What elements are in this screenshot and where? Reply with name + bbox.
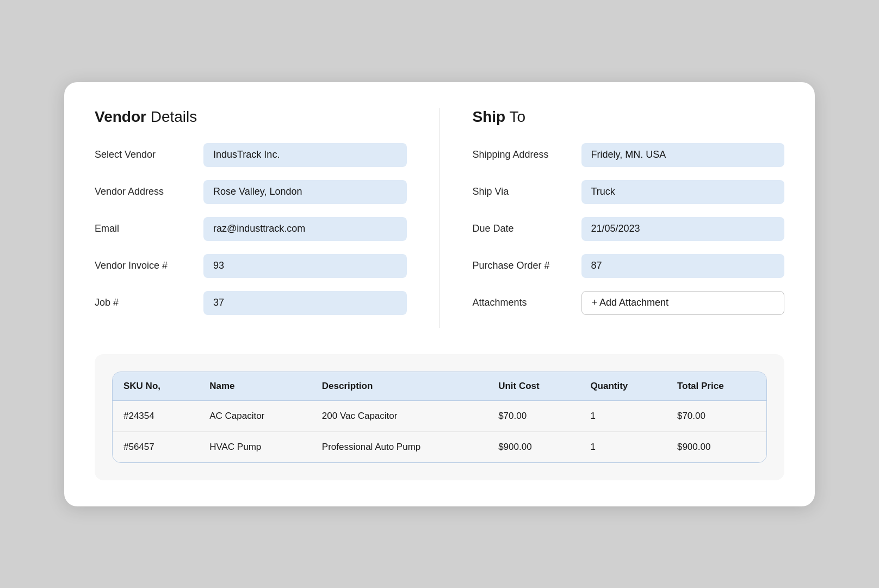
ship-via-row: Ship Via Truck [473,180,785,204]
items-table-container: SKU No, Name Description Unit Cost Quant… [112,372,767,463]
attachments-label: Attachments [473,297,571,308]
ship-via-label: Ship Via [473,186,571,197]
row1-quantity: 1 [579,400,666,431]
vendor-address-label: Vendor Address [95,186,193,197]
row1-unit-cost: $70.00 [487,400,579,431]
top-section: Vendor Details Select Vendor IndusTrack … [95,108,784,328]
vendor-section-title: Vendor Details [95,108,407,126]
due-date-value[interactable]: 21/05/2023 [581,217,785,241]
ship-section: Ship To Shipping Address Fridely, MN. US… [473,108,785,328]
main-card: Vendor Details Select Vendor IndusTrack … [64,82,815,506]
vendor-select-label: Select Vendor [95,149,193,160]
shipping-address-label: Shipping Address [473,149,571,160]
table-header-row: SKU No, Name Description Unit Cost Quant… [113,372,766,401]
col-sku: SKU No, [113,372,199,401]
ship-via-value[interactable]: Truck [581,180,785,204]
col-name: Name [199,372,311,401]
table-wrapper: SKU No, Name Description Unit Cost Quant… [95,354,784,480]
purchase-order-value[interactable]: 87 [581,254,785,278]
vendor-invoice-value[interactable]: 93 [203,254,407,278]
due-date-row: Due Date 21/05/2023 [473,217,785,241]
vendor-job-label: Job # [95,297,193,308]
shipping-address-row: Shipping Address Fridely, MN. USA [473,143,785,167]
ship-section-title: Ship To [473,108,785,126]
vendor-job-row: Job # 37 [95,291,407,315]
row2-quantity: 1 [579,431,666,462]
col-description: Description [311,372,487,401]
section-divider [440,108,440,328]
row1-description: 200 Vac Capacitor [311,400,487,431]
purchase-order-row: Purchase Order # 87 [473,254,785,278]
row1-sku: #24354 [113,400,199,431]
row2-description: Professional Auto Pump [311,431,487,462]
purchase-order-label: Purchase Order # [473,260,571,271]
vendor-invoice-label: Vendor Invoice # [95,260,193,271]
items-table: SKU No, Name Description Unit Cost Quant… [113,372,766,462]
table-row: #56457 HVAC Pump Professional Auto Pump … [113,431,766,462]
vendor-address-row: Vendor Address Rose Valley, London [95,180,407,204]
vendor-section: Vendor Details Select Vendor IndusTrack … [95,108,407,328]
vendor-select-value[interactable]: IndusTrack Inc. [203,143,407,167]
row2-unit-cost: $900.00 [487,431,579,462]
row2-total-price: $900.00 [666,431,766,462]
col-total-price: Total Price [666,372,766,401]
row1-total-price: $70.00 [666,400,766,431]
row2-name: HVAC Pump [199,431,311,462]
col-unit-cost: Unit Cost [487,372,579,401]
due-date-label: Due Date [473,223,571,234]
vendor-email-value[interactable]: raz@industtrack.com [203,217,407,241]
add-attachment-button[interactable]: + Add Attachment [581,291,785,315]
row2-sku: #56457 [113,431,199,462]
col-quantity: Quantity [579,372,666,401]
attachments-row: Attachments + Add Attachment [473,291,785,315]
vendor-select-row: Select Vendor IndusTrack Inc. [95,143,407,167]
vendor-job-value[interactable]: 37 [203,291,407,315]
vendor-address-value[interactable]: Rose Valley, London [203,180,407,204]
row1-name: AC Capacitor [199,400,311,431]
shipping-address-value[interactable]: Fridely, MN. USA [581,143,785,167]
vendor-email-row: Email raz@industtrack.com [95,217,407,241]
vendor-email-label: Email [95,223,193,234]
vendor-invoice-row: Vendor Invoice # 93 [95,254,407,278]
table-row: #24354 AC Capacitor 200 Vac Capacitor $7… [113,400,766,431]
